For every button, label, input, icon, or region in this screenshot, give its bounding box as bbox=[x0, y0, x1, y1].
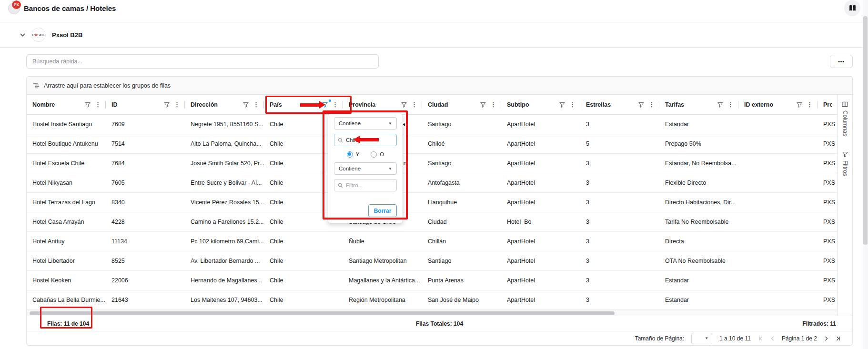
chevron-down-icon[interactable] bbox=[20, 33, 25, 37]
filter-value-input-1[interactable] bbox=[346, 137, 393, 143]
filter-value-input-2[interactable] bbox=[346, 182, 393, 188]
filter-funnel-icon[interactable] bbox=[797, 102, 802, 108]
table-row[interactable]: Hotel Libertador8525Av. Libertador Berna… bbox=[27, 251, 837, 271]
column-header-pro[interactable]: Pro ⋮ bbox=[818, 95, 837, 114]
table-cell bbox=[738, 251, 818, 270]
page-range: 1 a 10 de 11 bbox=[719, 335, 751, 342]
table-cell: ApartHotel bbox=[501, 193, 580, 212]
radio-and[interactable]: Y bbox=[347, 151, 360, 158]
column-menu-icon[interactable]: ⋮ bbox=[490, 101, 496, 108]
dropdown-arrow-icon: ▼ bbox=[388, 121, 392, 126]
filter-funnel-icon[interactable] bbox=[322, 102, 328, 108]
page-size-select[interactable]: ▼ bbox=[691, 333, 712, 344]
column-menu-icon[interactable]: ⋮ bbox=[648, 101, 655, 108]
table-cell: Directo Habitaciones, Dir... bbox=[659, 193, 738, 212]
tab-filtros[interactable]: Filtros bbox=[842, 151, 848, 176]
table-row[interactable]: Hotel Nikyasan7605Entre Sucre y Bolivar … bbox=[27, 173, 837, 193]
table-cell: Chile bbox=[264, 251, 343, 270]
last-page-button[interactable] bbox=[835, 336, 841, 341]
table-row[interactable]: Hostel Inside Santiago7609Negrete 1951, … bbox=[27, 115, 837, 134]
filter-condition-select-2[interactable]: Contiene ▼ bbox=[334, 162, 397, 175]
table-row[interactable]: Cabañas La Bella Durmie...21643Los Maite… bbox=[27, 290, 837, 310]
filter-funnel-icon[interactable] bbox=[480, 102, 486, 108]
horizontal-scrollbar[interactable] bbox=[27, 310, 837, 316]
page-indicator: Página 1 de 2 bbox=[782, 335, 817, 342]
horizontal-scrollbar-thumb[interactable] bbox=[30, 311, 615, 315]
table-cell bbox=[738, 193, 818, 212]
table-cell: PXS bbox=[818, 173, 837, 192]
table-cell: Estandar bbox=[659, 115, 738, 134]
page-size-label: Tamaño de Página: bbox=[635, 335, 684, 342]
filter-value-field-2 bbox=[334, 179, 397, 191]
table-cell: ApartHotel bbox=[501, 232, 580, 251]
table-row[interactable]: Hostel Keoken22006Hernando de Magallanes… bbox=[27, 271, 837, 290]
clear-filter-button[interactable]: Borrar bbox=[368, 204, 397, 217]
column-header-provincia[interactable]: Provincia ⋮ bbox=[343, 95, 422, 114]
table-cell: Entre Sucre y Bolivar - Al... bbox=[185, 173, 264, 192]
table-cell: 7605 bbox=[106, 173, 185, 192]
column-header-id-externo[interactable]: ID externo ⋮ bbox=[738, 95, 818, 114]
filter-funnel-icon[interactable] bbox=[243, 102, 249, 108]
page-scrollbar[interactable] bbox=[863, 0, 868, 349]
logo-text-sol: SOL bbox=[37, 33, 45, 37]
side-panel: Columnas Filtros bbox=[837, 95, 852, 316]
table-cell: Av. Libertador Bernardo ... bbox=[185, 251, 264, 270]
table-cell: Cabañas La Bella Durmie... bbox=[27, 290, 106, 309]
previous-page-button[interactable] bbox=[770, 336, 776, 341]
column-header-nombre[interactable]: Nombre ⋮ bbox=[27, 95, 106, 114]
filter-funnel-icon[interactable] bbox=[717, 102, 723, 108]
column-menu-icon[interactable]: ⋮ bbox=[332, 101, 338, 108]
filter-funnel-icon[interactable] bbox=[559, 102, 565, 108]
radio-or[interactable]: O bbox=[371, 151, 384, 158]
table-cell: Hotel Terrazas del Lago bbox=[27, 193, 106, 212]
filter-funnel-icon[interactable] bbox=[85, 102, 91, 108]
tab-columnas[interactable]: Columnas bbox=[842, 101, 848, 136]
docs-button[interactable] bbox=[844, 0, 860, 16]
px-badge-icon: PX bbox=[11, 0, 21, 10]
table-row[interactable]: Hotel Casa Arrayán4228Camino a Farellone… bbox=[27, 212, 837, 232]
more-options-button[interactable]: ••• bbox=[830, 55, 853, 68]
column-header-ciudad[interactable]: Ciudad ⋮ bbox=[422, 95, 501, 114]
column-menu-icon[interactable]: ⋮ bbox=[807, 101, 813, 108]
next-page-button[interactable] bbox=[823, 336, 829, 341]
filter-funnel-icon[interactable] bbox=[164, 102, 170, 108]
column-menu-icon[interactable]: ⋮ bbox=[411, 101, 417, 108]
filter-funnel-icon[interactable] bbox=[401, 102, 407, 108]
search-input[interactable] bbox=[26, 54, 379, 69]
column-header-id[interactable]: ID ⋮ bbox=[106, 95, 185, 114]
filter-condition-select-1[interactable]: Contiene ▼ bbox=[334, 117, 397, 130]
column-header-tarifas[interactable]: Tarifas ⋮ bbox=[659, 95, 738, 114]
table-cell: 3 bbox=[580, 173, 659, 192]
table-cell: Llanquihue bbox=[422, 193, 501, 212]
table-row[interactable]: Hotel Boutique Antukenu7514Alto La Palom… bbox=[27, 134, 837, 154]
column-header-subtipo[interactable]: Subtipo ⋮ bbox=[501, 95, 580, 114]
table-row[interactable]: Hotel Anttuy11134Pc 102 kilometro 69,Cam… bbox=[27, 232, 837, 251]
page-scrollbar-thumb[interactable] bbox=[863, 16, 868, 245]
row-group-icon bbox=[33, 83, 40, 89]
column-menu-icon[interactable]: ⋮ bbox=[569, 101, 575, 108]
table-row[interactable]: Hotel Escuela Chile7684Josué Smith Solar… bbox=[27, 154, 837, 173]
table-cell: Alto La Paloma, Quincha... bbox=[185, 134, 264, 153]
table-row[interactable]: Hotel Terrazas del Lago8340Vicente Pérez… bbox=[27, 193, 837, 212]
column-menu-icon[interactable]: ⋮ bbox=[174, 101, 180, 108]
tab-label: Filtros bbox=[842, 160, 848, 176]
column-header-estrellas[interactable]: Estrellas ⋮ bbox=[580, 95, 659, 114]
table-cell: 8340 bbox=[106, 193, 185, 212]
filter-condition-value: Contiene bbox=[339, 120, 361, 126]
avatar[interactable]: PX bbox=[8, 2, 20, 14]
table-cell: Chile bbox=[264, 232, 343, 251]
filter-funnel-icon[interactable] bbox=[638, 102, 644, 108]
column-menu-icon[interactable]: ⋮ bbox=[95, 101, 101, 108]
column-menu-icon[interactable]: ⋮ bbox=[253, 101, 259, 108]
table-cell: 7609 bbox=[106, 115, 185, 134]
column-header-dirección[interactable]: Dirección ⋮ bbox=[185, 95, 264, 114]
table-cell bbox=[738, 212, 818, 231]
table-cell: PXS bbox=[818, 232, 837, 251]
table-cell: Hotel Libertador bbox=[27, 251, 106, 270]
columns-icon bbox=[842, 101, 848, 107]
row-group-drop-zone[interactable]: Arrastre aquí para establecer los grupos… bbox=[27, 77, 852, 95]
column-header-país[interactable]: País ⋮ bbox=[264, 95, 343, 114]
first-page-button[interactable] bbox=[758, 336, 764, 341]
column-menu-icon[interactable]: ⋮ bbox=[727, 101, 734, 108]
pxsol-logo: PXSOL bbox=[31, 28, 46, 42]
